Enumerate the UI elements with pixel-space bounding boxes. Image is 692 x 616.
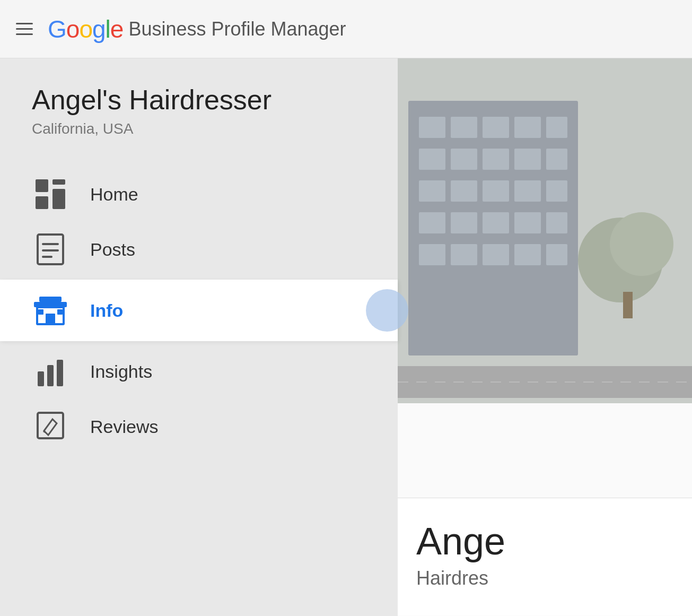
reviews-icon [32,411,69,443]
home-label: Home [90,184,138,205]
main-layout: Angel's Hairdresser California, USA Home [0,58,692,616]
svg-rect-22 [419,117,445,138]
svg-rect-46 [546,244,567,265]
svg-rect-44 [483,244,509,265]
svg-rect-35 [514,180,541,202]
svg-rect-37 [419,212,445,233]
info-label: Info [90,300,123,321]
svg-rect-49 [623,292,633,318]
svg-rect-34 [483,180,509,202]
business-card-overlay: Ange Hairdres [398,498,692,616]
svg-rect-5 [42,243,59,245]
svg-rect-1 [52,179,65,185]
svg-rect-12 [57,309,63,315]
selection-indicator [366,289,408,332]
info-icon [32,294,69,326]
svg-rect-24 [483,117,509,138]
sidebar-item-home[interactable]: Home [32,167,398,222]
google-logo: Google [48,15,123,44]
svg-rect-45 [514,244,541,265]
sidebar-item-info[interactable]: Info [0,280,398,341]
right-panel: Ange Hairdres [398,58,692,616]
svg-rect-40 [514,212,541,233]
svg-rect-43 [451,244,477,265]
svg-rect-2 [36,196,48,209]
app-title: Business Profile Manager [128,18,346,40]
sidebar-item-posts[interactable]: Posts [32,222,398,277]
svg-rect-27 [419,149,445,170]
overlay-business-type: Hairdres [416,567,673,589]
menu-button[interactable] [16,23,33,35]
svg-rect-38 [451,212,477,233]
svg-rect-11 [38,309,43,315]
svg-rect-36 [546,180,567,202]
svg-rect-17 [38,413,63,438]
svg-rect-16 [57,360,63,386]
insights-icon [32,355,69,387]
business-name: Angel's Hairdresser [32,85,398,115]
sidebar-item-insights[interactable]: Insights [32,344,398,399]
svg-rect-31 [546,149,567,170]
svg-rect-42 [419,244,445,265]
svg-rect-41 [546,212,567,233]
svg-rect-26 [546,117,567,138]
svg-rect-6 [42,249,59,251]
svg-rect-32 [419,180,445,202]
svg-rect-7 [42,256,52,258]
svg-rect-23 [451,117,477,138]
home-icon [32,178,69,210]
svg-rect-29 [483,149,509,170]
insights-label: Insights [90,361,152,382]
reviews-label: Reviews [90,417,158,437]
svg-rect-25 [514,117,541,138]
svg-rect-0 [36,179,48,192]
svg-rect-28 [451,149,477,170]
svg-rect-13 [39,297,62,302]
sidebar: Angel's Hairdresser California, USA Home [0,58,398,616]
sidebar-item-reviews[interactable]: Reviews [32,399,398,454]
svg-rect-15 [47,365,54,386]
svg-rect-10 [46,314,55,324]
business-location: California, USA [32,120,398,137]
svg-rect-39 [483,212,509,233]
posts-icon [32,233,69,265]
overlay-business-name: Ange [416,519,673,563]
svg-rect-30 [514,149,541,170]
svg-rect-14 [38,371,44,386]
svg-rect-3 [52,189,65,209]
posts-label: Posts [90,239,135,260]
svg-point-48 [610,212,673,276]
header: Google Business Profile Manager [0,0,692,58]
svg-rect-33 [451,180,477,202]
